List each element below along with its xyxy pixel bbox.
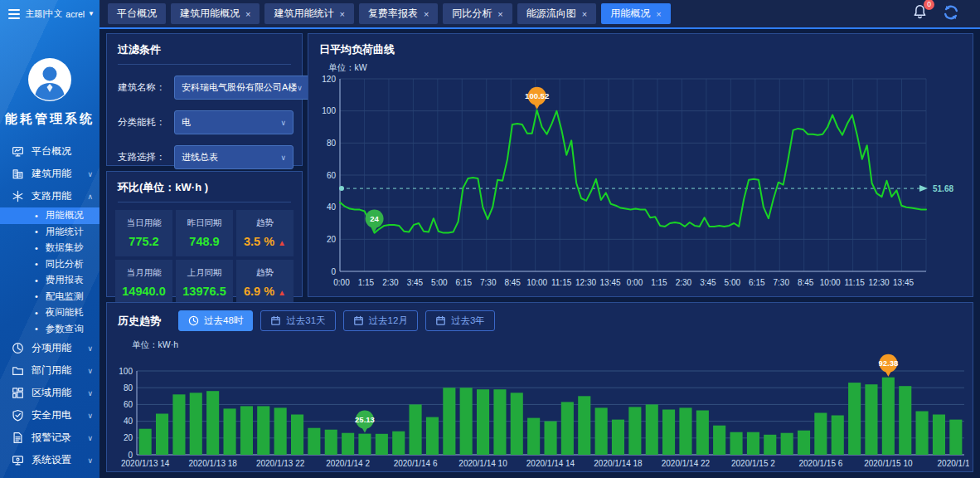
stat-label: 上月同期	[177, 267, 231, 279]
tab-5[interactable]: 同比分析×	[443, 3, 512, 24]
sidebar-item[interactable]: 区域用能∨	[0, 382, 99, 404]
sidebar-item-label: 建筑用能	[32, 167, 87, 181]
svg-text:2020/1/15 10: 2020/1/15 10	[864, 459, 913, 468]
stat-value: 14940.0	[117, 285, 171, 298]
sidebar-subitem[interactable]: •同比分析	[0, 256, 99, 273]
bullet-icon: •	[35, 211, 38, 221]
select-value: 进线总表	[182, 151, 280, 163]
sidebar-subitem[interactable]: •费用报表	[0, 272, 99, 289]
svg-text:80: 80	[327, 139, 337, 148]
tab-label: 同比分析	[452, 7, 492, 21]
history-range-button-2[interactable]: 过去31天	[260, 310, 335, 331]
sidebar-item[interactable]: 支路用能∧	[0, 185, 99, 207]
svg-text:10:00: 10:00	[820, 278, 841, 287]
sidebar-item[interactable]: 分项用能∨	[0, 337, 99, 359]
tab-7[interactable]: 用能概况×	[601, 3, 670, 24]
svg-text:0:00: 0:00	[627, 278, 643, 287]
history-range-button-3[interactable]: 过去12月	[343, 310, 418, 331]
svg-text:2020/1/15: 2020/1/15	[938, 459, 969, 468]
svg-text:12:30: 12:30	[575, 278, 596, 287]
sidebar-item[interactable]: 报警记录∨	[0, 427, 99, 449]
svg-text:80: 80	[124, 383, 133, 393]
filter-panel-title: 过滤条件	[107, 34, 302, 64]
sidebar-item[interactable]: 建筑用能∨	[0, 163, 99, 185]
filter-select-3[interactable]: 进线总表∨	[174, 145, 294, 169]
svg-text:0:00: 0:00	[333, 278, 350, 287]
filter-select-2[interactable]: 电∨	[174, 110, 294, 134]
tab-4[interactable]: 复费率报表×	[359, 3, 438, 24]
sidebar-subitem-label: 同比分析	[46, 258, 84, 271]
tab-6[interactable]: 能源流向图×	[517, 3, 596, 24]
user-menu[interactable]: acrel	[65, 9, 85, 19]
bullet-icon: •	[35, 324, 38, 334]
tab-close-icon[interactable]: ×	[582, 9, 587, 19]
history-range-button-1[interactable]: 过去48时	[178, 310, 253, 331]
sidebar-item[interactable]: 安全用电∨	[0, 404, 99, 427]
sidebar-subitem-label: 参数查询	[46, 323, 84, 335]
stat-value: 3.5 %▲	[238, 235, 292, 248]
shield-icon	[12, 409, 24, 422]
settings-icon	[12, 454, 24, 466]
filter-select-1[interactable]: 安科瑞电气股份有限公司A楼∨	[174, 76, 310, 100]
tab-label: 建筑用能概况	[180, 7, 240, 21]
notifications-button[interactable]: 0	[911, 3, 929, 24]
tab-label: 能源流向图	[526, 7, 576, 21]
svg-text:8:45: 8:45	[504, 278, 521, 287]
sidebar-subitem[interactable]: •配电监测	[0, 289, 99, 305]
tab-close-icon[interactable]: ×	[339, 9, 344, 19]
sidebar-item-label: 系统设置	[32, 453, 87, 467]
sidebar-item[interactable]: 系统设置∨	[0, 449, 99, 471]
sidebar-item-label: 平台概况	[32, 144, 93, 159]
tab-close-icon[interactable]: ×	[497, 9, 502, 19]
sidebar-item[interactable]: 平台概况	[0, 140, 99, 163]
svg-text:6:15: 6:15	[749, 278, 765, 287]
svg-text:12:30: 12:30	[869, 278, 890, 287]
sidebar-item[interactable]: 部门用能∨	[0, 359, 99, 382]
theme-language-switch[interactable]: 主题|中文	[26, 8, 63, 20]
sidebar-item-label: 区域用能	[32, 386, 87, 400]
clock-icon	[188, 315, 199, 326]
ring-ratio-panel: 环比(单位：kW·h ) 当日用能775.2昨日同期748.9趋势3.5 %▲当…	[106, 171, 303, 297]
sidebar-subitem[interactable]: •用能统计	[0, 224, 99, 241]
svg-text:2020/1/13 14: 2020/1/13 14	[121, 459, 170, 468]
hamburger-menu-icon[interactable]	[8, 7, 20, 22]
svg-text:2020/1/14 22: 2020/1/14 22	[662, 459, 711, 468]
sidebar-item-label: 分项用能	[32, 341, 87, 355]
sidebar-subitem-label: 用能统计	[46, 226, 84, 238]
tab-close-icon[interactable]: ×	[424, 9, 429, 19]
svg-text:13:45: 13:45	[600, 278, 621, 287]
tab-bar: 平台概况建筑用能概况×建筑用能统计×复费率报表×同比分析×能源流向图×用能概况×	[108, 3, 671, 24]
calendar-icon	[353, 315, 364, 326]
svg-text:20: 20	[327, 235, 337, 244]
sidebar-subitem[interactable]: •夜间能耗	[0, 305, 99, 321]
stat-cell: 上月同期13976.5	[176, 260, 233, 306]
daily-load-line-chart: 0204060801001200:001:152:303:455:006:157…	[315, 72, 968, 293]
stat-label: 当月用能	[117, 267, 171, 279]
tab-3[interactable]: 建筑用能统计×	[264, 3, 353, 24]
refresh-button[interactable]	[942, 3, 960, 25]
svg-text:3:45: 3:45	[700, 278, 716, 287]
tab-close-icon[interactable]: ×	[656, 9, 661, 19]
svg-text:0: 0	[128, 451, 133, 460]
svg-text:13:45: 13:45	[893, 278, 914, 287]
sidebar-subitem[interactable]: •用能概况	[0, 207, 99, 224]
svg-text:5:00: 5:00	[431, 278, 448, 287]
tab-1[interactable]: 平台概况	[108, 3, 166, 24]
building-icon	[12, 168, 24, 180]
top-bar: 平台概况建筑用能概况×建筑用能统计×复费率报表×同比分析×能源流向图×用能概况×…	[99, 0, 980, 27]
svg-text:60: 60	[124, 400, 133, 409]
svg-text:0: 0	[331, 267, 336, 276]
svg-text:7:30: 7:30	[480, 278, 497, 287]
sidebar-subitem[interactable]: •参数查询	[0, 321, 99, 338]
sidebar-subitem[interactable]: •数据集抄	[0, 240, 99, 256]
stat-cell: 当月用能14940.0	[115, 260, 172, 306]
tab-close-icon[interactable]: ×	[245, 9, 250, 19]
history-range-button-4[interactable]: 过去3年	[425, 310, 495, 331]
bullet-icon: •	[35, 308, 38, 318]
chevron-down-icon: ∨	[87, 434, 93, 442]
tab-2[interactable]: 建筑用能概况×	[171, 3, 260, 24]
stat-label: 趋势	[238, 217, 292, 229]
stat-label: 当日用能	[117, 217, 171, 229]
bullet-icon: •	[35, 276, 38, 285]
avatar	[27, 57, 72, 102]
